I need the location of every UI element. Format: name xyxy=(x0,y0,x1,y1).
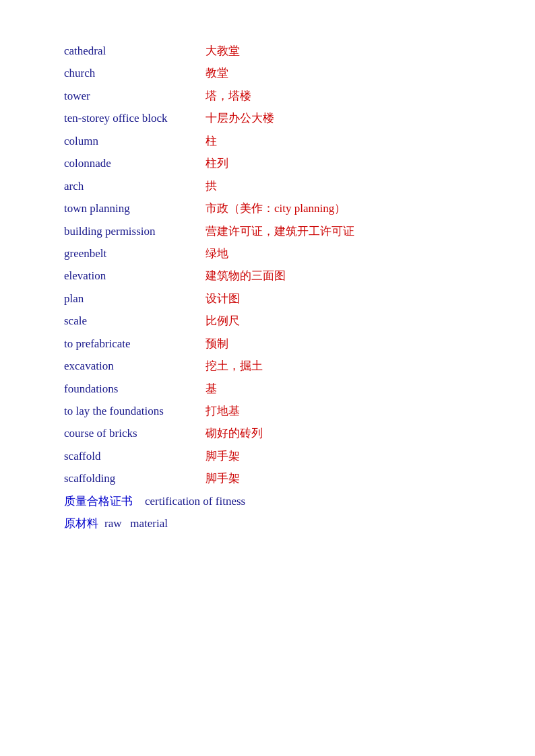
english-term: town planning xyxy=(64,198,206,219)
list-item: plan 设计图 xyxy=(64,288,535,309)
english-term: scale xyxy=(64,310,206,331)
list-item: scale 比例尺 xyxy=(64,310,535,331)
list-item: 原材料 raw material xyxy=(64,513,535,534)
english-term: plan xyxy=(64,288,206,309)
list-item: cathedral 大教堂 xyxy=(64,40,535,61)
chinese-translation: 塔，塔楼 xyxy=(206,85,251,106)
chinese-translation: 拱 xyxy=(206,176,217,197)
chinese-translation: 柱 xyxy=(206,131,217,151)
list-item: arch 拱 xyxy=(64,176,535,197)
chinese-translation: 十层办公大楼 xyxy=(206,108,274,129)
english-term: scaffolding xyxy=(64,468,206,489)
list-item: town planning 市政（美作：city planning） xyxy=(64,198,535,219)
list-item: greenbelt 绿地 xyxy=(64,243,535,264)
chinese-translation: 打地基 xyxy=(206,401,240,421)
english-term: greenbelt xyxy=(64,243,206,264)
list-item: tower 塔，塔楼 xyxy=(64,85,535,106)
chinese-translation: 柱列 xyxy=(206,153,228,174)
chinese-translation: 脚手架 xyxy=(206,446,240,467)
english-translation: certification of fitness xyxy=(145,491,245,512)
english-term: ten-storey office block xyxy=(64,108,206,129)
list-item: elevation 建筑物的三面图 xyxy=(64,265,535,286)
english-term: church xyxy=(64,63,206,83)
list-item: to lay the foundations 打地基 xyxy=(64,401,535,421)
chinese-translation: 挖土，掘土 xyxy=(206,355,263,376)
chinese-term: 质量合格证书 xyxy=(64,491,145,512)
list-item: 质量合格证书 certification of fitness xyxy=(64,491,535,512)
chinese-translation: 设计图 xyxy=(206,288,240,309)
list-item: scaffolding 脚手架 xyxy=(64,468,535,489)
english-term: to prefabricate xyxy=(64,333,206,354)
english-term: column xyxy=(64,131,206,151)
vocabulary-list: cathedral 大教堂 church 教堂 tower 塔，塔楼 ten-s… xyxy=(0,40,535,535)
chinese-translation: 营建许可证，建筑开工许可证 xyxy=(206,221,354,242)
list-item: building permission 营建许可证，建筑开工许可证 xyxy=(64,221,535,242)
english-term: tower xyxy=(64,85,206,106)
list-item: column 柱 xyxy=(64,131,535,151)
chinese-translation: 砌好的砖列 xyxy=(206,423,263,444)
list-item: ten-storey office block 十层办公大楼 xyxy=(64,108,535,129)
chinese-translation: 比例尺 xyxy=(206,310,240,331)
chinese-translation: 大教堂 xyxy=(206,40,240,61)
english-term: course of bricks xyxy=(64,423,206,444)
english-term: building permission xyxy=(64,221,206,242)
chinese-translation: 预制 xyxy=(206,333,228,354)
english-term: arch xyxy=(64,176,206,197)
english-term: elevation xyxy=(64,265,206,286)
english-term: scaffold xyxy=(64,446,206,467)
list-item: course of bricks 砌好的砖列 xyxy=(64,423,535,444)
list-item: church 教堂 xyxy=(64,63,535,83)
list-item: to prefabricate 预制 xyxy=(64,333,535,354)
chinese-term: 原材料 xyxy=(64,513,104,534)
chinese-translation: 基 xyxy=(206,378,217,399)
chinese-translation: 市政（美作：city planning） xyxy=(206,198,346,219)
chinese-translation: 教堂 xyxy=(206,63,228,83)
chinese-translation: 绿地 xyxy=(206,243,228,264)
list-item: foundations 基 xyxy=(64,378,535,399)
english-translation: raw material xyxy=(104,513,168,534)
chinese-translation: 建筑物的三面图 xyxy=(206,265,286,286)
list-item: colonnade 柱列 xyxy=(64,153,535,174)
english-term: cathedral xyxy=(64,40,206,61)
english-term: excavation xyxy=(64,355,206,376)
list-item: excavation 挖土，掘土 xyxy=(64,355,535,376)
english-term: colonnade xyxy=(64,153,206,174)
english-term: foundations xyxy=(64,378,206,399)
chinese-translation: 脚手架 xyxy=(206,468,240,489)
english-term: to lay the foundations xyxy=(64,401,206,421)
list-item: scaffold 脚手架 xyxy=(64,446,535,467)
